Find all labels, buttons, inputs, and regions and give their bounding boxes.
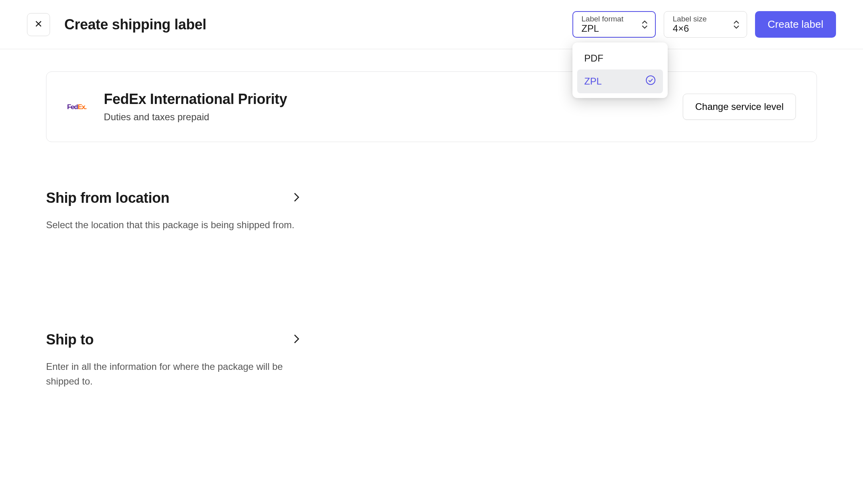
updown-icon	[733, 20, 740, 29]
ship-from-header[interactable]: Ship from location	[46, 190, 300, 206]
content: FedEx. FedEx International Priority Duti…	[0, 49, 863, 411]
service-card: FedEx. FedEx International Priority Duti…	[46, 71, 817, 142]
header-left: Create shipping label	[27, 13, 206, 36]
svg-point-2	[646, 76, 655, 85]
label-format-label: Label format	[582, 15, 634, 23]
close-icon	[34, 19, 43, 29]
option-label: ZPL	[584, 76, 602, 87]
label-format-dropdown: PDF ZPL	[572, 42, 668, 98]
chevron-right-icon	[293, 333, 300, 346]
service-name: FedEx International Priority	[104, 91, 287, 108]
label-size-select-wrap: Label size 4×6	[664, 11, 747, 38]
check-circle-icon	[645, 75, 656, 88]
label-size-select[interactable]: Label size 4×6	[664, 11, 747, 38]
option-label: PDF	[584, 53, 603, 64]
ship-from-title: Ship from location	[46, 190, 170, 206]
fedex-logo-icon: FedEx.	[67, 104, 87, 110]
label-format-value: ZPL	[582, 23, 634, 34]
label-size-value: 4×6	[673, 23, 725, 34]
ship-from-description: Select the location that this package is…	[46, 217, 300, 232]
label-format-select[interactable]: Label format ZPL	[572, 11, 656, 38]
header-right: Label format ZPL PDF ZPL	[572, 11, 836, 38]
updown-icon	[641, 20, 648, 29]
ship-to-description: Enter in all the information for where t…	[46, 359, 300, 389]
service-subtitle: Duties and taxes prepaid	[104, 112, 287, 123]
ship-from-section: Ship from location Select the location t…	[46, 190, 300, 232]
ship-to-title: Ship to	[46, 331, 94, 348]
label-size-label: Label size	[673, 15, 725, 23]
chevron-right-icon	[293, 192, 300, 204]
close-button[interactable]	[27, 13, 50, 36]
change-service-level-button[interactable]: Change service level	[683, 94, 796, 120]
label-format-select-wrap: Label format ZPL PDF ZPL	[572, 11, 656, 38]
ship-to-header[interactable]: Ship to	[46, 331, 300, 348]
create-label-button[interactable]: Create label	[755, 11, 836, 38]
ship-to-section: Ship to Enter in all the information for…	[46, 331, 300, 389]
page-title: Create shipping label	[64, 16, 206, 33]
label-format-option-zpl[interactable]: ZPL	[577, 69, 663, 93]
service-text: FedEx International Priority Duties and …	[104, 91, 287, 123]
label-format-option-pdf[interactable]: PDF	[577, 47, 663, 69]
header-bar: Create shipping label Label format ZPL P…	[0, 0, 863, 49]
service-left: FedEx. FedEx International Priority Duti…	[67, 91, 287, 123]
